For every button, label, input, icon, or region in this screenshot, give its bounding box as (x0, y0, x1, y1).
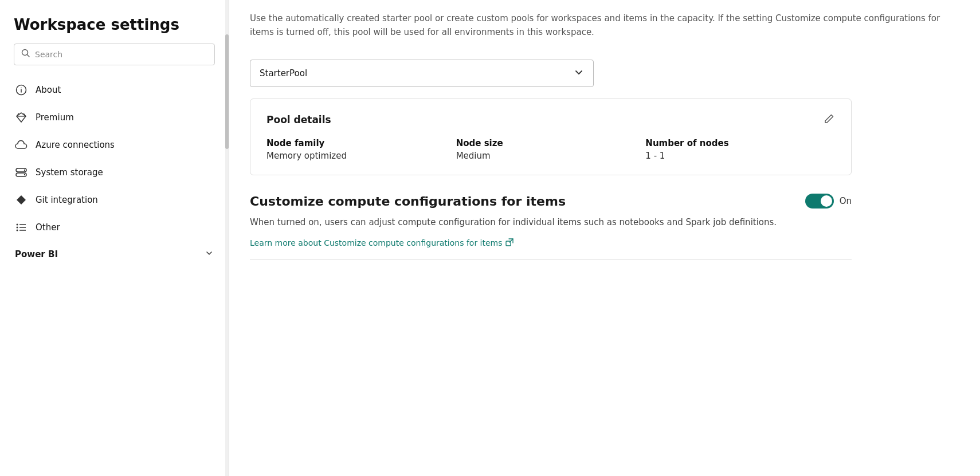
main-content: Use the automatically created starter po… (229, 0, 980, 476)
svg-point-18 (17, 230, 18, 231)
sidebar-item-premium-label: Premium (36, 112, 74, 123)
svg-line-21 (509, 239, 513, 242)
pool-dropdown[interactable]: StarterPool (250, 60, 594, 87)
num-nodes-label: Number of nodes (645, 138, 835, 148)
toggle-container[interactable]: On (805, 194, 852, 209)
svg-point-14 (17, 224, 18, 226)
nav-items: About Premium Azure connections (0, 77, 229, 476)
sidebar-item-system-storage[interactable]: System storage (7, 159, 222, 186)
toggle-knob (821, 195, 832, 207)
toggle-state-label: On (840, 196, 852, 206)
num-nodes-col: Number of nodes 1 - 1 (645, 138, 835, 161)
sidebar-item-git-integration[interactable]: Git integration (7, 187, 222, 213)
node-family-label: Node family (266, 138, 456, 148)
pool-details-grid: Node family Memory optimized Node size M… (266, 138, 835, 161)
customize-title: Customize compute configurations for ite… (250, 194, 566, 209)
sidebar-item-azure-label: Azure connections (36, 140, 115, 150)
storage-icon (15, 166, 28, 179)
svg-line-1 (28, 55, 30, 57)
learn-more-link[interactable]: Learn more about Customize compute confi… (250, 238, 513, 248)
pool-dropdown-value: StarterPool (260, 68, 307, 78)
search-container[interactable]: Search (0, 44, 229, 77)
external-link-icon (505, 238, 513, 248)
page-title: Workspace settings (0, 0, 229, 44)
sidebar-section-power-bi[interactable]: Power BI (7, 242, 222, 267)
node-size-label: Node size (456, 138, 646, 148)
node-size-col: Node size Medium (456, 138, 646, 161)
customize-toggle[interactable] (805, 194, 834, 209)
svg-point-11 (24, 170, 25, 171)
dropdown-chevron-icon (574, 67, 584, 80)
num-nodes-value: 1 - 1 (645, 151, 835, 161)
pool-dropdown-container: StarterPool (250, 60, 959, 87)
sidebar-item-premium[interactable]: Premium (7, 104, 222, 131)
search-placeholder: Search (35, 50, 62, 59)
pool-card-title: Pool details (266, 114, 331, 125)
svg-point-16 (17, 227, 18, 229)
svg-point-12 (24, 174, 25, 175)
search-icon (21, 49, 30, 60)
svg-point-4 (21, 88, 22, 89)
diamond-icon (15, 111, 28, 124)
sidebar-section-power-bi-label: Power BI (15, 249, 58, 259)
cloud-icon (15, 139, 28, 151)
pool-card-header: Pool details (266, 113, 835, 127)
pool-details-card: Pool details Node family Memory optimize… (250, 99, 852, 175)
node-size-value: Medium (456, 151, 646, 161)
customize-header: Customize compute configurations for ite… (250, 194, 852, 209)
sidebar-item-other-label: Other (36, 222, 60, 233)
node-family-value: Memory optimized (266, 151, 456, 161)
sidebar-item-storage-label: System storage (36, 167, 103, 178)
svg-marker-13 (17, 195, 26, 204)
sidebar: Workspace settings Search About (0, 0, 229, 476)
search-box[interactable]: Search (14, 44, 215, 65)
customize-section: Customize compute configurations for ite… (250, 194, 852, 260)
sidebar-item-other[interactable]: Other (7, 214, 222, 241)
sidebar-item-about[interactable]: About (7, 77, 222, 103)
git-icon (15, 194, 28, 206)
learn-more-text: Learn more about Customize compute confi… (250, 238, 503, 247)
list-icon (15, 221, 28, 234)
intro-text: Use the automatically created starter po… (250, 0, 959, 50)
info-circle-icon (15, 84, 28, 96)
edit-icon[interactable] (824, 113, 835, 127)
sidebar-item-about-label: About (36, 85, 61, 95)
sidebar-item-azure-connections[interactable]: Azure connections (7, 132, 222, 158)
chevron-down-icon (205, 249, 214, 260)
sidebar-item-git-label: Git integration (36, 195, 98, 205)
customize-description: When turned on, users can adjust compute… (250, 215, 852, 229)
node-family-col: Node family Memory optimized (266, 138, 456, 161)
